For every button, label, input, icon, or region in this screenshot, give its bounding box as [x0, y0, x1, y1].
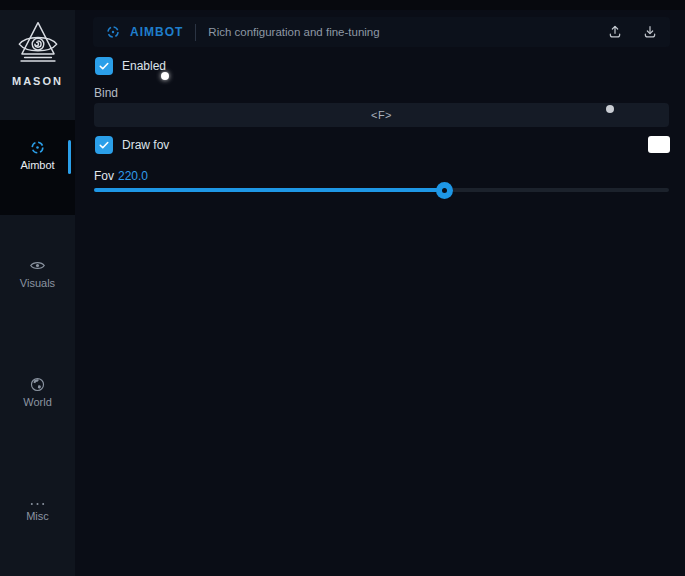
sidebar-item-world[interactable]: World — [0, 376, 75, 408]
fov-slider-fill — [94, 188, 445, 192]
brand-logo: MASON — [0, 20, 75, 87]
check-icon — [98, 139, 110, 151]
section-title: AIMBOT — [130, 25, 183, 39]
fov-label-row: Fov220.0 — [94, 169, 148, 183]
upload-icon[interactable] — [607, 24, 623, 40]
sidebar-item-label: World — [0, 396, 75, 408]
check-icon — [98, 60, 110, 72]
sidebar-item-misc[interactable]: Misc — [0, 498, 75, 522]
mouse-cursor-dot — [161, 72, 169, 80]
fov-color-picker[interactable] — [648, 136, 670, 153]
header-divider — [195, 24, 196, 41]
sidebar-item-visuals[interactable]: Visuals — [0, 257, 75, 289]
bind-indicator-dot — [606, 105, 614, 113]
fov-slider[interactable] — [94, 188, 669, 192]
app-window: MASON Aimbot Visuals World — [0, 0, 685, 576]
sidebar: MASON Aimbot Visuals World — [0, 10, 75, 576]
section-subtitle: Rich configuration and fine-tuning — [208, 26, 379, 38]
eye-icon — [29, 257, 46, 274]
draw-fov-checkbox[interactable] — [95, 136, 113, 154]
globe-icon — [29, 376, 46, 393]
fov-value: 220.0 — [118, 169, 148, 183]
sidebar-item-aimbot[interactable]: Aimbot — [0, 139, 75, 171]
crosshair-icon — [29, 139, 46, 156]
brand-name: MASON — [0, 75, 75, 87]
download-icon[interactable] — [642, 24, 658, 40]
enabled-checkbox[interactable] — [95, 57, 113, 75]
bind-label: Bind — [94, 86, 118, 100]
bind-value: <F> — [371, 109, 392, 121]
draw-fov-label: Draw fov — [122, 138, 169, 152]
main-content: AIMBOT Rich configuration and fine-tunin… — [75, 10, 685, 576]
crosshair-icon — [105, 24, 121, 40]
enabled-label: Enabled — [122, 59, 166, 73]
sidebar-item-label: Visuals — [0, 277, 75, 289]
enabled-row: Enabled — [95, 57, 166, 75]
pyramid-eye-icon — [13, 20, 63, 70]
ellipsis-icon — [29, 498, 46, 510]
sidebar-item-label: Misc — [0, 510, 75, 522]
draw-fov-row: Draw fov — [95, 136, 169, 154]
fov-slider-handle[interactable] — [436, 182, 453, 199]
fov-label: Fov — [94, 169, 114, 183]
bind-input[interactable]: <F> — [94, 103, 669, 127]
sidebar-item-label: Aimbot — [0, 159, 75, 171]
window-top-strip — [0, 0, 685, 10]
section-header: AIMBOT Rich configuration and fine-tunin… — [93, 17, 670, 47]
